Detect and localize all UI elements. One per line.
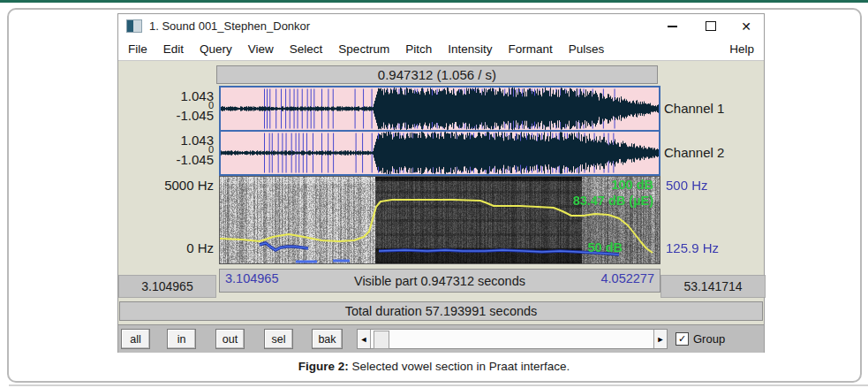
channel2-max-amplitude: 1.043 — [118, 134, 214, 146]
zoom-back-button[interactable]: bak — [312, 329, 343, 349]
pitch-max-frequency: 500 Hz — [666, 178, 708, 193]
menu-view[interactable]: View — [248, 42, 274, 56]
bottom-controls-strip: all in out sel bak ◄ ► ✓ Group — [118, 324, 764, 353]
channel2-min-amplitude: -1.045 — [118, 154, 214, 165]
menu-pitch[interactable]: Pitch — [405, 42, 432, 56]
minimize-icon — [668, 26, 677, 27]
channel2-waveform[interactable] — [221, 132, 659, 174]
menu-help[interactable]: Help — [729, 42, 754, 56]
maximize-icon — [706, 21, 716, 31]
channel2-amplitude-labels: 1.043 0 -1.045 — [118, 134, 214, 165]
figure-caption-text: Selected vowel section in Praat interfac… — [349, 360, 570, 373]
scrollbar-thumb[interactable] — [374, 331, 389, 349]
menu-file[interactable]: File — [128, 42, 147, 56]
page-top-rule — [0, 0, 868, 3]
channel1-label: Channel 1 — [664, 101, 724, 116]
zoom-out-button[interactable]: out — [215, 329, 245, 349]
close-icon: ✕ — [741, 19, 751, 34]
selection-duration-bar[interactable]: 0.947312 (1.056 / s) — [216, 65, 658, 84]
visible-part-bar[interactable]: 3.104965 Visible part 0.947312 seconds 4… — [219, 269, 660, 293]
time-after-visible-button[interactable]: 53.141714 — [660, 275, 766, 298]
menu-edit[interactable]: Edit — [163, 42, 184, 56]
intensity-min-label: 50 dB — [588, 240, 623, 255]
pitch-min-frequency: 125.9 Hz — [666, 240, 719, 255]
close-button[interactable]: ✕ — [732, 14, 760, 38]
praat-app-icon — [126, 19, 142, 33]
group-checkbox[interactable]: ✓ — [676, 332, 689, 346]
zoom-sel-button[interactable]: sel — [264, 329, 293, 349]
figure-caption: Figure 2: Selected vowel section in Praa… — [0, 360, 868, 373]
menu-select[interactable]: Select — [290, 42, 323, 56]
channel1-amplitude-labels: 1.043 0 -1.045 — [118, 90, 214, 121]
menu-spectrum[interactable]: Spectrum — [338, 42, 389, 56]
figure-caption-prefix: Figure 2: — [298, 360, 349, 373]
scroll-right-arrow-icon[interactable]: ► — [653, 330, 667, 348]
selection-start-time: 3.104965 — [225, 271, 278, 285]
menu-pulses[interactable]: Pulses — [569, 42, 605, 56]
maximize-button[interactable] — [697, 14, 725, 38]
menu-formant[interactable]: Formant — [508, 42, 552, 56]
figure-page: 1. Sound 001_Stephen_Donkor ✕ File Edit … — [0, 0, 868, 388]
visible-part-label: Visible part 0.947312 seconds — [354, 271, 525, 288]
window-titlebar: 1. Sound 001_Stephen_Donkor ✕ — [118, 14, 764, 38]
selection-end-time: 4.052277 — [601, 271, 654, 285]
horizontal-scrollbar[interactable]: ◄ ► — [357, 329, 668, 349]
menu-query[interactable]: Query — [200, 42, 232, 56]
total-duration-bar[interactable]: Total duration 57.193991 seconds — [119, 301, 763, 321]
channel2-label: Channel 2 — [664, 145, 724, 160]
waveform-panel[interactable] — [219, 86, 660, 176]
channel1-waveform[interactable] — [221, 87, 659, 130]
minimize-button[interactable] — [658, 14, 686, 38]
checkmark-icon: ✓ — [678, 334, 686, 344]
editor-content: 0.947312 (1.056 / s) 1.043 0 -1.045 1.04… — [118, 61, 764, 352]
scroll-left-arrow-icon[interactable]: ◄ — [358, 330, 371, 348]
spectrogram-min-frequency: 0 Hz — [118, 240, 214, 255]
menu-intensity[interactable]: Intensity — [448, 42, 492, 56]
page-bottom-rule — [9, 384, 868, 386]
intensity-value-label: 83.47 dB (µE) — [573, 194, 653, 208]
time-before-visible-button[interactable]: 3.104965 — [118, 275, 216, 298]
channel1-min-amplitude: -1.045 — [118, 110, 214, 121]
spectrogram-panel[interactable]: 100 dB 83.47 dB (µE) 50 dB — [219, 176, 660, 264]
window-title: 1. Sound 001_Stephen_Donkor — [149, 19, 310, 33]
intensity-max-label: 100 dB — [611, 178, 653, 192]
zoom-in-button[interactable]: in — [167, 329, 196, 349]
praat-editor-window: 1. Sound 001_Stephen_Donkor ✕ File Edit … — [117, 13, 765, 353]
spectrogram-max-frequency: 5000 Hz — [118, 178, 214, 193]
menu-bar: File Edit Query View Select Spectrum Pit… — [118, 38, 764, 61]
group-checkbox-label: Group — [693, 332, 725, 346]
zoom-all-button[interactable]: all — [121, 329, 150, 349]
channel1-max-amplitude: 1.043 — [118, 90, 214, 102]
